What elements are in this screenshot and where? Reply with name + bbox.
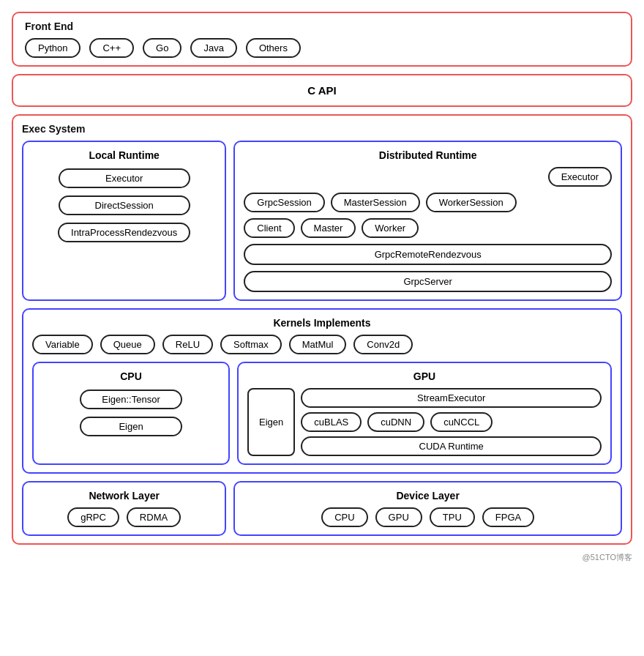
- cpu-eigentensor-pill: Eigen::Tensor: [80, 390, 182, 409]
- dist-row3: Client Master Worker: [244, 218, 612, 238]
- dist-worker-pill: Worker: [362, 218, 419, 238]
- kernels-queue-pill: Queue: [100, 335, 155, 354]
- frontend-box: Front End Python C++ Go Java Others: [12, 12, 632, 67]
- frontend-pill-cpp: C++: [89, 38, 134, 58]
- capi-label: C API: [307, 84, 336, 97]
- dist-master-pill: Master: [301, 218, 356, 238]
- dist-client-pill: Client: [244, 218, 294, 238]
- gpu-eigen-pill: Eigen: [247, 388, 295, 456]
- stream-executor-pill: StreamExecutor: [301, 388, 602, 408]
- kernels-bottom-row: CPU Eigen::Tensor Eigen GPU Eigen Stream…: [32, 362, 612, 465]
- gpu-right: StreamExecutor cuBLAS cuDNN cuNCCL CUDA …: [301, 388, 602, 456]
- fpga-device-pill: FPGA: [482, 507, 534, 527]
- tpu-device-pill: TPU: [430, 507, 475, 527]
- kernels-relu-pill: ReLU: [162, 335, 213, 354]
- capi-box: C API: [12, 74, 632, 107]
- cuda-runtime-pill: CUDA Runtime: [301, 436, 602, 456]
- cublas-pill: cuBLAS: [301, 412, 362, 432]
- gpu-inner: Eigen StreamExecutor cuBLAS cuDNN cuNCCL…: [247, 388, 602, 456]
- watermark: @51CTO博客: [12, 552, 632, 563]
- local-intraprocess-pill: IntraProcessRendezvous: [58, 223, 190, 242]
- cunccl-pill: cuNCCL: [430, 412, 493, 432]
- device-layer-box: Device Layer CPU GPU TPU FPGA: [233, 481, 622, 536]
- cpu-items: Eigen::Tensor Eigen: [42, 390, 220, 436]
- local-executor-pill: Executor: [59, 168, 190, 188]
- kernels-label: Kernels Implements: [32, 317, 612, 329]
- gpu-libs-row: cuBLAS cuDNN cuNCCL: [301, 412, 602, 432]
- dist-grpcremote-pill: GrpcRemoteRendezvous: [244, 244, 612, 265]
- exec-system-label: Exec System: [22, 123, 622, 135]
- frontend-pill-others: Others: [246, 38, 301, 58]
- gpu-subbox: GPU Eigen StreamExecutor cuBLAS cuDNN cu…: [237, 362, 612, 465]
- distributed-runtime-box: Distributed Runtime Executor GrpcSession…: [233, 141, 622, 301]
- dist-mastersession-pill: MasterSession: [331, 193, 420, 212]
- frontend-label: Front End: [25, 20, 619, 32]
- cpu-subbox: CPU Eigen::Tensor Eigen: [32, 362, 230, 465]
- bottom-row: Network Layer gRPC RDMA Device Layer CPU…: [22, 481, 622, 536]
- frontend-pill-go: Go: [143, 38, 181, 58]
- device-layer-label: Device Layer: [244, 490, 612, 502]
- local-runtime-box: Local Runtime Executor DirectSession Int…: [22, 141, 226, 301]
- gpu-device-pill: GPU: [375, 507, 422, 527]
- dist-grpcsession-pill: GrpcSession: [244, 193, 324, 212]
- dist-executor-pill: Executor: [548, 167, 612, 187]
- kernels-matmul-pill: MatMul: [289, 335, 347, 354]
- distributed-runtime-label: Distributed Runtime: [244, 149, 612, 161]
- frontend-pills-row: Python C++ Go Java Others: [25, 38, 619, 58]
- network-layer-box: Network Layer gRPC RDMA: [22, 481, 226, 536]
- dist-grpcserver-row: GrpcServer: [244, 271, 612, 292]
- cpu-label: CPU: [42, 370, 220, 382]
- rdma-pill: RDMA: [127, 507, 181, 527]
- frontend-pill-python: Python: [25, 38, 80, 58]
- frontend-pill-java: Java: [190, 38, 236, 58]
- cpu-eigen-pill: Eigen: [80, 417, 182, 436]
- kernels-top-row: Variable Queue ReLU Softmax MatMul Conv2…: [32, 335, 612, 354]
- device-pills: CPU GPU TPU FPGA: [244, 507, 612, 527]
- cpu-device-pill: CPU: [321, 507, 367, 527]
- kernels-conv2d-pill: Conv2d: [353, 335, 413, 354]
- local-runtime-label: Local Runtime: [32, 149, 216, 161]
- dist-grpcserver-pill: GrpcServer: [244, 271, 612, 292]
- local-runtime-items: Executor DirectSession IntraProcessRende…: [32, 168, 216, 242]
- dist-row1: Executor: [244, 167, 612, 187]
- network-layer-label: Network Layer: [32, 490, 216, 502]
- dist-row2: GrpcSession MasterSession WorkerSession: [244, 193, 612, 212]
- network-pills: gRPC RDMA: [32, 507, 216, 527]
- kernels-variable-pill: Variable: [32, 335, 93, 354]
- grpc-pill: gRPC: [67, 507, 119, 527]
- cudnn-pill: cuDNN: [367, 412, 424, 432]
- gpu-label: GPU: [247, 370, 602, 382]
- local-directsession-pill: DirectSession: [59, 195, 190, 215]
- runtime-row: Local Runtime Executor DirectSession Int…: [22, 141, 622, 301]
- exec-system-box: Exec System Local Runtime Executor Direc…: [12, 114, 632, 545]
- dist-workersession-pill: WorkerSession: [426, 193, 517, 212]
- kernels-softmax-pill: Softmax: [220, 335, 282, 354]
- dist-grpcremote-row: GrpcRemoteRendezvous: [244, 244, 612, 265]
- kernels-box: Kernels Implements Variable Queue ReLU S…: [22, 308, 622, 474]
